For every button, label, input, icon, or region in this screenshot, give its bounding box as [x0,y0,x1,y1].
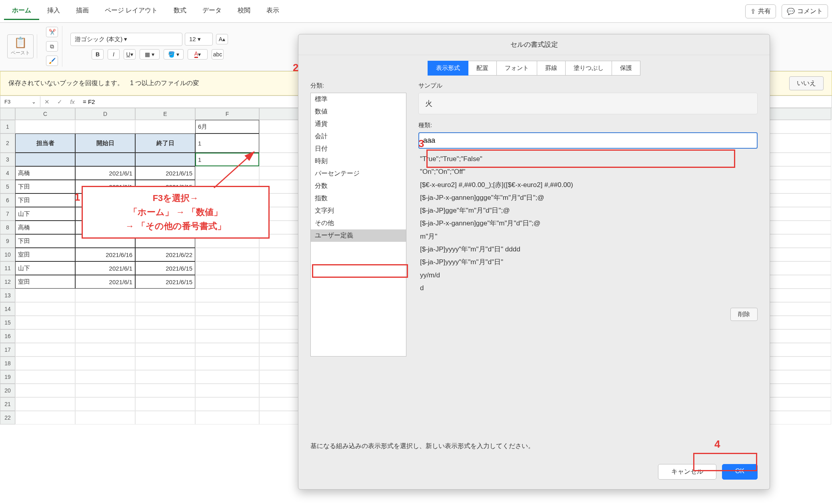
cell[interactable]: 下田 [15,180,75,193]
category-item[interactable]: パーセンテージ [311,167,406,180]
format-type-item[interactable]: [$-ja-JP-x-gannen]ggge"年"m"月"d"日";@ [418,191,758,204]
row-header[interactable]: 2 [0,133,15,153]
cell[interactable] [15,370,75,384]
cell[interactable] [75,411,135,424]
cell[interactable]: 下田 [15,234,75,248]
row-header[interactable]: 10 [0,248,15,261]
cell[interactable] [15,289,75,302]
column-header[interactable]: D [75,108,135,120]
cancel-formula-button[interactable]: ✕ [40,98,53,106]
format-type-item[interactable]: [$€-x-euro2] #,##0.00_);[赤]([$€-x-euro2]… [418,179,758,191]
row-header[interactable]: 15 [0,316,15,329]
cell[interactable] [75,316,135,329]
cell[interactable] [75,357,135,370]
category-item[interactable]: 標準 [311,93,406,106]
cell[interactable] [75,384,135,397]
cell[interactable] [195,329,259,343]
cell[interactable] [195,248,259,261]
category-item[interactable]: 会計 [311,130,406,143]
select-all-corner[interactable] [0,108,15,120]
category-item[interactable]: 通貨 [311,118,406,130]
font-size-select[interactable]: 12 ▾ [185,33,213,46]
cell[interactable]: 2021/6/15 [135,261,195,275]
cell[interactable] [15,397,75,411]
cell[interactable] [135,343,195,357]
category-item[interactable]: 時刻 [311,155,406,167]
cell[interactable] [75,302,135,316]
font-color-button[interactable]: A ▾ [188,49,208,60]
cell[interactable] [135,411,195,424]
row-header[interactable]: 14 [0,302,15,316]
row-header[interactable]: 22 [0,411,15,424]
cell[interactable] [135,120,195,133]
column-header[interactable]: E [135,108,195,120]
cell[interactable]: 2021/6/15 [135,166,195,180]
row-header[interactable]: 8 [0,221,15,234]
cell[interactable]: 開始日 [75,133,135,153]
cell[interactable] [135,289,195,302]
cell[interactable] [195,275,259,289]
ribbon-tab-6[interactable]: 校閲 [230,2,258,20]
cell[interactable] [135,397,195,411]
cell[interactable] [15,411,75,424]
cell[interactable]: 下田 [15,193,75,207]
dialog-tab[interactable]: 塗りつぶし [566,61,612,76]
cell[interactable] [15,316,75,329]
row-header[interactable]: 18 [0,357,15,370]
category-item[interactable]: 日付 [311,143,406,155]
cell[interactable] [15,329,75,343]
cell[interactable] [15,153,75,166]
category-item[interactable]: 分数 [311,180,406,192]
cell[interactable]: 2021/6/22 [135,248,195,261]
font-family-select[interactable]: 游ゴシック (本文) ▾ [70,33,182,46]
cut-button[interactable]: ✂️ [46,27,58,37]
row-header[interactable]: 6 [0,193,15,207]
cell[interactable] [135,316,195,329]
dialog-tab[interactable]: 保護 [612,61,640,76]
cell[interactable] [195,302,259,316]
row-header[interactable]: 21 [0,397,15,411]
format-painter-button[interactable]: 🖌️ [46,56,58,66]
dialog-tab[interactable]: フォント [497,61,537,76]
row-header[interactable]: 7 [0,207,15,221]
phonetic-button[interactable]: abc [212,49,224,60]
row-header[interactable]: 19 [0,370,15,384]
cell[interactable] [195,261,259,275]
category-item[interactable]: ユーザー定義 [311,229,406,242]
cell[interactable]: 担当者 [15,133,75,153]
bold-button[interactable]: B [92,49,104,60]
italic-button[interactable]: I [108,49,120,60]
cell[interactable]: 2021/6/1 [75,261,135,275]
cell[interactable] [75,329,135,343]
fill-color-button[interactable]: 🪣 ▾ [164,49,184,60]
cell[interactable] [195,411,259,424]
ribbon-tab-7[interactable]: 表示 [258,2,287,20]
cell[interactable] [195,316,259,329]
cell[interactable] [15,357,75,370]
cell[interactable] [135,370,195,384]
ribbon-tab-4[interactable]: 数式 [166,2,194,20]
cell[interactable]: 高橋 [15,166,75,180]
row-header[interactable]: 13 [0,289,15,302]
row-header[interactable]: 4 [0,166,15,180]
dialog-tab[interactable]: 罫線 [537,61,566,76]
fx-button[interactable]: fx [66,98,79,105]
format-type-item[interactable]: [$-ja-JP]gge"年"m"月"d"日";@ [418,204,758,217]
cell[interactable] [195,397,259,411]
cell[interactable] [195,384,259,397]
cell[interactable]: 終了日 [135,133,195,153]
format-type-item[interactable]: [$-ja-JP]yyyy"年"m"月"d"日" [418,256,758,269]
column-header[interactable]: C [15,108,75,120]
ribbon-tab-3[interactable]: ページ レイアウト [97,2,166,20]
cell[interactable] [75,153,135,166]
cell[interactable] [75,289,135,302]
format-type-item[interactable]: d [418,282,758,295]
format-type-item[interactable]: [$-ja-JP]yyyy"年"m"月"d"日" dddd [418,243,758,256]
cancel-button[interactable]: キャンセル [658,464,716,480]
cell[interactable] [195,343,259,357]
dialog-tab[interactable]: 配置 [468,61,497,76]
cell[interactable] [15,384,75,397]
format-type-item[interactable]: "True";"True";"False" [418,153,758,165]
cell[interactable] [75,120,135,133]
grow-font-button[interactable]: A▴ [216,34,228,44]
